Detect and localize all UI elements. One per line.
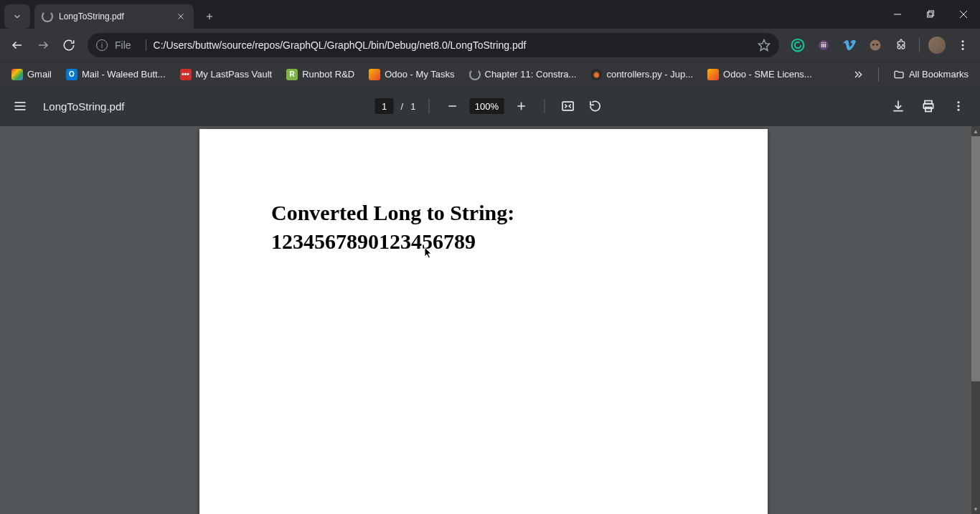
bookmark-label: My LastPass Vault bbox=[196, 69, 273, 80]
toolbar-divider bbox=[915, 34, 923, 57]
page-number-input[interactable] bbox=[375, 98, 394, 114]
window-controls bbox=[881, 0, 980, 29]
bookmark-label: Odoo - My Tasks bbox=[385, 69, 454, 80]
bookmark-runbot[interactable]: RRunbot R&D bbox=[281, 65, 360, 85]
url-scheme: File bbox=[115, 39, 131, 51]
pdf-more-button[interactable] bbox=[948, 96, 969, 116]
svg-point-18 bbox=[962, 40, 964, 42]
download-button[interactable] bbox=[888, 96, 908, 116]
pdf-heading-text: Converted Long to String: bbox=[271, 201, 514, 225]
svg-point-19 bbox=[962, 44, 964, 47]
url-separator bbox=[146, 39, 146, 51]
pdf-value-text: 1234567890123456789 bbox=[271, 229, 514, 254]
svg-point-34 bbox=[958, 105, 960, 108]
toolbar-divider bbox=[428, 99, 429, 113]
bookmark-chapter11[interactable]: Chapter 11: Constra... bbox=[463, 65, 583, 85]
scroll-down-button[interactable]: ▼ bbox=[971, 504, 980, 514]
pdf-filename: LongToString.pdf bbox=[43, 100, 124, 113]
bookmark-label: Odoo - SME Licens... bbox=[723, 69, 812, 80]
svg-rect-5 bbox=[928, 12, 933, 17]
bookmarks-overflow-button[interactable] bbox=[847, 69, 870, 80]
svg-rect-27 bbox=[562, 102, 573, 110]
zoom-level-input[interactable] bbox=[469, 98, 504, 114]
back-button[interactable] bbox=[6, 34, 29, 57]
page-total: 1 bbox=[410, 101, 415, 112]
bookmark-label: Mail - Waleed Butt... bbox=[82, 69, 166, 80]
pdf-center-controls: / 1 bbox=[375, 96, 606, 116]
reload-button[interactable] bbox=[57, 34, 80, 57]
window-close-button[interactable] bbox=[947, 0, 980, 29]
bookmark-outlook[interactable]: OMail - Waleed Butt... bbox=[60, 65, 171, 85]
rotate-button[interactable] bbox=[585, 96, 605, 116]
bookmark-odoo-sme[interactable]: Odoo - SME Licens... bbox=[702, 65, 818, 85]
address-bar[interactable]: i File C:/Users/buttw/source/repos/Graph… bbox=[88, 33, 779, 57]
forward-button[interactable] bbox=[32, 34, 55, 57]
all-bookmarks-button[interactable]: All Bookmarks bbox=[887, 65, 974, 85]
url-text: C:/Users/buttw/source/repos/GraphQL/Grap… bbox=[154, 39, 758, 51]
window-titlebar: LongToString.pdf bbox=[0, 0, 980, 29]
svg-point-16 bbox=[872, 44, 875, 46]
browser-tab[interactable]: LongToString.pdf bbox=[34, 4, 194, 29]
folder-icon bbox=[893, 69, 905, 80]
svg-point-35 bbox=[958, 109, 960, 111]
tab-search-button[interactable] bbox=[4, 4, 30, 29]
svg-marker-11 bbox=[759, 40, 770, 51]
bookmark-gmail[interactable]: Gmail bbox=[6, 65, 57, 85]
window-minimize-button[interactable] bbox=[881, 0, 914, 29]
svg-point-15 bbox=[870, 40, 881, 51]
tab-title: LongToString.pdf bbox=[59, 11, 175, 22]
bookmark-odoo-tasks[interactable]: Odoo - My Tasks bbox=[363, 65, 460, 85]
pdf-page-content: Converted Long to String: 12345678901234… bbox=[271, 201, 514, 254]
svg-point-12 bbox=[792, 39, 804, 52]
new-tab-button[interactable] bbox=[199, 6, 220, 27]
extension-monkey-icon[interactable] bbox=[864, 34, 887, 57]
bookmark-star-icon[interactable] bbox=[758, 39, 771, 52]
bookmark-label: Runbot R&D bbox=[302, 69, 354, 80]
site-info-icon[interactable]: i bbox=[96, 39, 108, 51]
extension-grammarly-icon[interactable] bbox=[786, 34, 809, 57]
window-maximize-button[interactable] bbox=[914, 0, 947, 29]
bookmark-label: Gmail bbox=[27, 69, 52, 80]
extensions-button[interactable] bbox=[890, 34, 913, 57]
svg-point-33 bbox=[958, 101, 960, 103]
extension-iron-icon[interactable]: iii bbox=[812, 34, 835, 57]
pdf-right-controls bbox=[888, 96, 969, 116]
bookmarks-divider bbox=[878, 67, 879, 82]
extension-vimeo-icon[interactable] bbox=[838, 34, 861, 57]
bookmark-jupyter[interactable]: ◉controllers.py - Jup... bbox=[585, 65, 699, 85]
svg-point-17 bbox=[876, 44, 878, 46]
all-bookmarks-label: All Bookmarks bbox=[909, 69, 969, 80]
page-separator: / bbox=[401, 101, 404, 112]
pdf-viewport[interactable]: Converted Long to String: 12345678901234… bbox=[0, 126, 971, 514]
profile-avatar[interactable] bbox=[925, 34, 948, 57]
bookmark-label: controllers.py - Jup... bbox=[606, 69, 693, 80]
zoom-out-button[interactable] bbox=[442, 96, 462, 116]
svg-point-20 bbox=[962, 48, 964, 50]
fit-to-page-button[interactable] bbox=[557, 96, 578, 116]
svg-rect-6 bbox=[929, 11, 934, 16]
toolbar-divider bbox=[544, 99, 545, 113]
pdf-menu-button[interactable] bbox=[11, 97, 29, 115]
browser-menu-button[interactable] bbox=[951, 34, 974, 57]
svg-text:iii: iii bbox=[821, 42, 826, 49]
scroll-thumb[interactable] bbox=[971, 136, 980, 381]
scroll-up-button[interactable]: ▲ bbox=[971, 126, 980, 136]
tab-close-button[interactable] bbox=[175, 11, 187, 22]
pdf-page: Converted Long to String: 12345678901234… bbox=[199, 129, 768, 514]
zoom-in-button[interactable] bbox=[511, 96, 531, 116]
browser-toolbar: i File C:/Users/buttw/source/repos/Graph… bbox=[0, 29, 980, 62]
vertical-scrollbar[interactable]: ▲ ▼ bbox=[971, 126, 980, 514]
print-button[interactable] bbox=[918, 96, 938, 116]
bookmark-lastpass[interactable]: •••My LastPass Vault bbox=[174, 65, 278, 85]
bookmarks-bar: Gmail OMail - Waleed Butt... •••My LastP… bbox=[0, 62, 980, 86]
tab-favicon bbox=[42, 11, 53, 22]
pdf-toolbar: LongToString.pdf / 1 bbox=[0, 86, 980, 126]
bookmark-label: Chapter 11: Constra... bbox=[485, 69, 577, 80]
